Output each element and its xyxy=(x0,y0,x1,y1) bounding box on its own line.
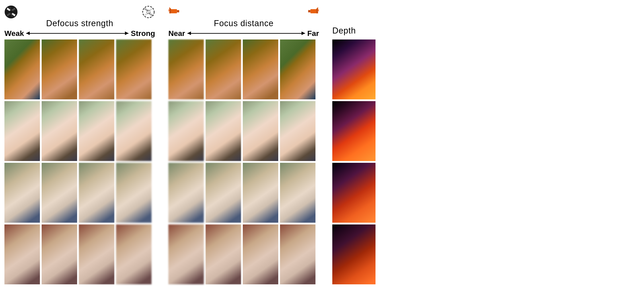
defocus-r3c4 xyxy=(116,163,152,223)
focus-near-label: Near xyxy=(168,29,185,38)
focus-r3c1 xyxy=(168,163,204,223)
svg-point-1 xyxy=(9,10,13,14)
defocus-header: Defocus strength Weak Strong xyxy=(4,2,155,38)
focus-r4c4 xyxy=(280,224,316,284)
defocus-row-4 xyxy=(4,224,155,284)
focus-r1c2 xyxy=(206,40,241,99)
camera-far-icon xyxy=(306,5,319,19)
defocus-weak-label: Weak xyxy=(4,29,24,38)
depth-r1 xyxy=(332,40,376,99)
focus-image-grid xyxy=(168,40,319,284)
focus-right-icon-group xyxy=(306,5,319,19)
defocus-left-icon-group xyxy=(4,5,18,19)
focus-arrow-row: Near Far xyxy=(168,29,319,38)
focus-r3c2 xyxy=(206,163,241,223)
defocus-row-3 xyxy=(4,163,155,223)
focus-r2c1 xyxy=(168,101,204,161)
depth-section: Depth xyxy=(332,2,376,284)
focus-far-label: Far xyxy=(307,29,319,38)
defocus-strong-label: Strong xyxy=(131,29,155,38)
depth-header: Depth xyxy=(332,2,376,38)
defocus-right-icon-group xyxy=(142,5,155,19)
defocus-r4c4 xyxy=(116,224,152,284)
defocus-r2c1 xyxy=(4,101,40,161)
depth-row-3 xyxy=(332,163,376,223)
depth-title: Depth xyxy=(332,26,356,36)
defocus-row-2 xyxy=(4,101,155,161)
focus-r2c3 xyxy=(243,101,278,161)
defocus-r2c3 xyxy=(79,101,114,161)
defocus-arrow-row: Weak Strong xyxy=(4,29,155,38)
depth-r3 xyxy=(332,163,376,223)
depth-image-grid xyxy=(332,40,376,284)
depth-r4 xyxy=(332,224,376,284)
aperture-dashed-icon xyxy=(142,5,155,19)
focus-r2c4 xyxy=(280,101,316,161)
svg-line-19 xyxy=(318,10,319,13)
defocus-section: Defocus strength Weak Strong xyxy=(4,2,155,284)
focus-r1c3 xyxy=(243,40,278,99)
defocus-arrow-line xyxy=(26,33,128,34)
svg-line-11 xyxy=(168,10,169,13)
focus-row-4 xyxy=(168,224,319,284)
defocus-r2c4 xyxy=(116,101,152,161)
defocus-title: Defocus strength xyxy=(46,19,113,28)
focus-r2c2 xyxy=(206,101,241,161)
depth-row-4 xyxy=(332,224,376,284)
defocus-r3c3 xyxy=(79,163,114,223)
defocus-r1c2 xyxy=(42,40,77,99)
focus-r1c1 xyxy=(168,40,204,99)
defocus-r1c3 xyxy=(79,40,114,99)
defocus-r4c1 xyxy=(4,224,40,284)
focus-r3c4 xyxy=(280,163,316,223)
camera-near-icon xyxy=(168,5,182,19)
defocus-r4c3 xyxy=(79,224,114,284)
svg-rect-12 xyxy=(310,9,316,13)
defocus-icons-row xyxy=(4,5,155,19)
focus-title: Focus distance xyxy=(214,19,274,28)
defocus-r3c1 xyxy=(4,163,40,223)
svg-rect-14 xyxy=(308,10,310,12)
focus-r1c4 xyxy=(280,40,316,99)
focus-r4c3 xyxy=(243,224,278,284)
focus-r4c2 xyxy=(206,224,241,284)
defocus-r1c4 xyxy=(116,40,152,99)
defocus-row-1 xyxy=(4,40,155,99)
svg-line-9 xyxy=(168,8,169,10)
focus-header: Focus distance Near Far xyxy=(168,2,319,38)
defocus-r3c2 xyxy=(42,163,77,223)
focus-left-icon-group xyxy=(168,5,182,19)
defocus-r2c2 xyxy=(42,101,77,161)
focus-row-2 xyxy=(168,101,319,161)
depth-row-2 xyxy=(332,101,376,161)
defocus-r1c1 xyxy=(4,40,40,99)
svg-line-17 xyxy=(318,8,319,10)
focus-arrow-line xyxy=(188,33,305,34)
focus-row-1 xyxy=(168,40,319,99)
svg-rect-6 xyxy=(177,10,179,12)
defocus-image-grid xyxy=(4,40,155,284)
svg-rect-4 xyxy=(171,9,177,13)
focus-r3c3 xyxy=(243,163,278,223)
focus-r4c1 xyxy=(168,224,204,284)
main-container: Defocus strength Weak Strong xyxy=(0,0,644,286)
depth-r2 xyxy=(332,101,376,161)
aperture-solid-icon xyxy=(4,5,18,19)
focus-icons-row xyxy=(168,5,319,19)
defocus-r4c2 xyxy=(42,224,77,284)
depth-row-1 xyxy=(332,40,376,99)
focus-section: Focus distance Near Far xyxy=(168,2,319,284)
focus-row-3 xyxy=(168,163,319,223)
